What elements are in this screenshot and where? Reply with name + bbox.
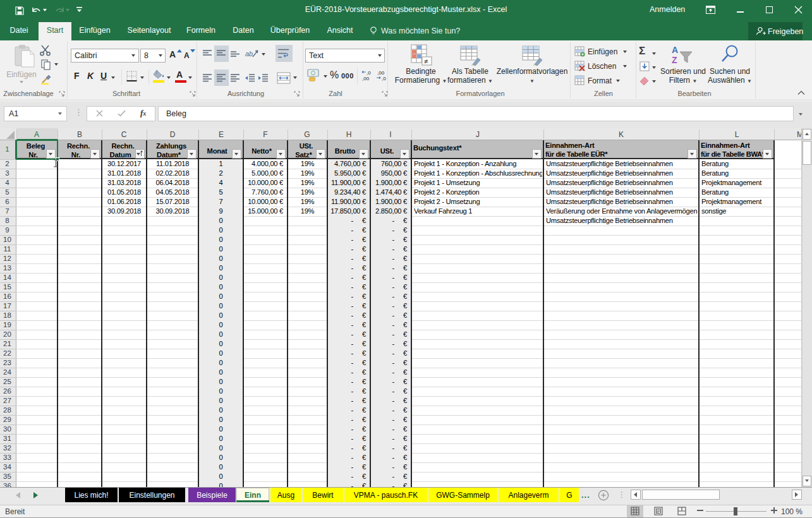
svg-text:ab: ab — [245, 50, 253, 57]
svg-text:,00: ,00 — [362, 76, 370, 81]
svg-text:,0: ,0 — [367, 70, 371, 76]
svg-text:Z: Z — [672, 55, 677, 64]
svg-text:≠: ≠ — [424, 57, 428, 65]
svg-text:A: A — [672, 45, 678, 55]
